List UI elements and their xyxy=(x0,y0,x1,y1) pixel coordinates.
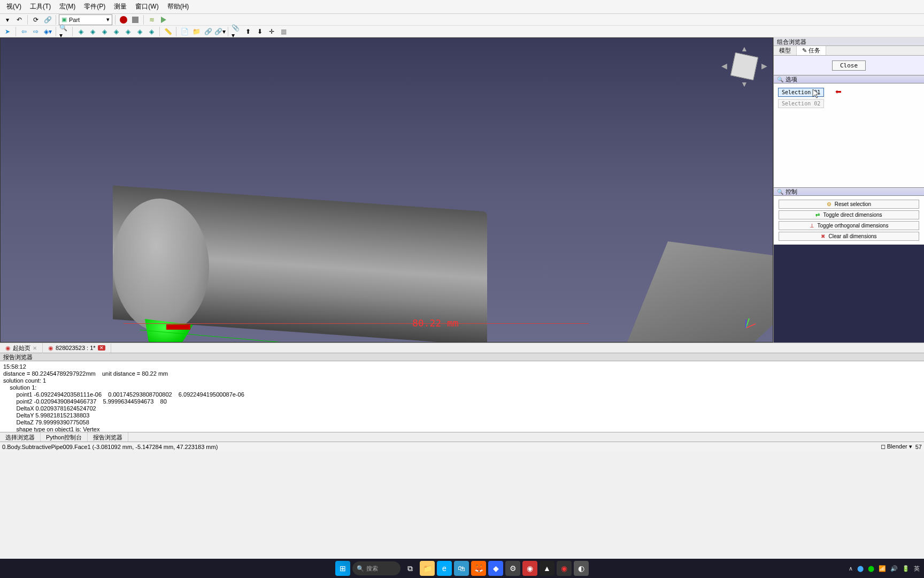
tab-tasks[interactable]: ✎ 任务 xyxy=(797,46,826,55)
rear-view-icon[interactable]: ◈ xyxy=(122,26,133,37)
report-line: solution 1: xyxy=(3,384,36,391)
model-highlight xyxy=(166,324,190,330)
link-icon[interactable]: 🔗 xyxy=(42,14,53,25)
app-icon-2[interactable]: ◉ xyxy=(522,561,537,576)
tab-report-view[interactable]: 报告浏览器 xyxy=(88,432,128,442)
measure-icon[interactable]: 📏 xyxy=(163,26,173,37)
section-control-header[interactable]: 控制 xyxy=(774,187,924,196)
forward-icon[interactable]: ⇨ xyxy=(30,26,41,37)
report-view[interactable]: 15:58:12 distance = 80.22454789297922mm … xyxy=(0,361,924,432)
app-icon-4[interactable]: ◐ xyxy=(574,561,589,576)
tray-wifi-icon[interactable]: 📶 xyxy=(877,565,887,572)
link-sel-icon[interactable]: 🔗▾ xyxy=(214,26,225,37)
front-view-icon[interactable]: ◈ xyxy=(87,26,98,37)
menu-tools[interactable]: 工具(T) xyxy=(26,1,55,13)
edge-icon[interactable]: e xyxy=(437,561,452,576)
attach-icon[interactable]: 📎▾ xyxy=(231,26,242,37)
top-view-icon[interactable]: ◈ xyxy=(99,26,110,37)
store-icon[interactable]: 🛍 xyxy=(454,561,469,576)
tray-icon[interactable]: ⬤ xyxy=(867,565,875,572)
view-dropdown-icon[interactable]: ◈▾ xyxy=(42,26,53,37)
tray-lang[interactable]: 英 xyxy=(913,565,921,573)
freecad-taskbar-icon[interactable]: ◉ xyxy=(557,561,572,576)
tab-tasks-label: 任务 xyxy=(808,47,820,55)
menu-help[interactable]: 帮助(H) xyxy=(163,1,194,13)
import-icon[interactable]: ⬇ xyxy=(255,26,265,37)
section-selections-label: 选项 xyxy=(786,75,797,83)
report-line: shape type on object1 is: Vertex xyxy=(3,426,99,432)
back-icon[interactable]: ⇦ xyxy=(19,26,29,37)
workbench-selector[interactable]: ▣ Part ▾ xyxy=(59,14,112,25)
tray-icon[interactable]: ⬤ xyxy=(856,565,865,572)
link-icon[interactable]: 🔗 xyxy=(203,26,213,37)
toggle-direct-button[interactable]: ⇄ Toggle direct dimensions xyxy=(779,210,919,219)
navcube-face[interactable] xyxy=(730,52,758,80)
separator xyxy=(143,15,144,25)
arrow-icon[interactable]: ➤ xyxy=(2,26,13,37)
magnifier-icon xyxy=(777,76,783,82)
tray-sound-icon[interactable]: 🔊 xyxy=(889,565,899,572)
group-icon[interactable]: 📁 xyxy=(191,26,202,37)
settings-icon[interactable]: ⚙ xyxy=(505,561,520,576)
section-selections-header[interactable]: 选项 xyxy=(774,75,924,83)
navcube-up-icon[interactable]: ▲ xyxy=(741,44,748,53)
stop-macro-icon[interactable] xyxy=(130,14,141,25)
close-tab-icon[interactable]: ✕ xyxy=(33,345,37,351)
axis-icon[interactable]: ✛ xyxy=(266,26,277,37)
reset-selection-button[interactable]: ⚙ Reset selection xyxy=(779,200,919,209)
main-area: 80.22 mm 80.00 mm ▲ ▼ ◀ ▶ 组合浏览器 模型 ✎ 任务 xyxy=(0,37,924,343)
selection-2-button[interactable]: Selection 02 xyxy=(778,99,824,108)
macros-icon[interactable]: ≋ xyxy=(147,14,157,25)
task-view-icon[interactable]: ⧉ xyxy=(403,561,418,576)
doc-tab-start[interactable]: ◉ 起始页 ✕ xyxy=(0,343,43,353)
tab-python-console[interactable]: Python控制台 xyxy=(41,432,88,442)
app-icon-3[interactable]: ▲ xyxy=(540,561,555,576)
navcube-left-icon[interactable]: ◀ xyxy=(721,62,727,70)
undo-icon[interactable]: ↶ xyxy=(14,14,25,25)
app-icon-1[interactable]: ◆ xyxy=(488,561,503,576)
clear-dims-button[interactable]: ✖ Clear all dimensions xyxy=(779,232,919,241)
doc-tab-file[interactable]: ◉ 828023523 : 1* ✕ xyxy=(43,344,111,353)
separator xyxy=(115,15,116,25)
menu-macro[interactable]: 宏(M) xyxy=(55,1,80,13)
taskbar-search[interactable]: 🔍 搜索 xyxy=(352,561,401,575)
menu-window[interactable]: 窗口(W) xyxy=(131,1,163,13)
dropdown-icon[interactable]: ▾ xyxy=(2,14,13,25)
box-icon[interactable]: ▦ xyxy=(278,26,289,37)
navcube-right-icon[interactable]: ▶ xyxy=(761,62,767,70)
document-tabs: ◉ 起始页 ✕ ◉ 828023523 : 1* ✕ xyxy=(0,343,924,353)
start-button[interactable]: ⊞ xyxy=(335,561,350,576)
section-control-body: ⚙ Reset selection ⇄ Toggle direct dimens… xyxy=(774,196,924,245)
panel-empty-area xyxy=(774,245,924,343)
zoom-fit-icon[interactable]: 🔍▾ xyxy=(59,26,70,37)
tab-selection-view[interactable]: 选择浏览器 xyxy=(0,432,41,442)
refresh-icon[interactable]: ⟳ xyxy=(30,14,41,25)
toggle-ortho-button[interactable]: ⊥ Toggle orthogonal dimensions xyxy=(779,221,919,230)
iso-view-icon[interactable]: ◈ xyxy=(75,26,86,37)
tray-battery-icon[interactable]: 🔋 xyxy=(901,565,911,572)
close-button[interactable]: Close xyxy=(832,60,866,71)
menu-part[interactable]: 零件(P) xyxy=(80,1,110,13)
bottom-view-icon[interactable]: ◈ xyxy=(134,26,145,37)
close-tab-icon[interactable]: ✕ xyxy=(98,345,105,351)
3d-viewport[interactable]: 80.22 mm 80.00 mm ▲ ▼ ◀ ▶ xyxy=(0,37,773,343)
explorer-icon[interactable]: 📁 xyxy=(420,561,435,576)
export-icon[interactable]: ⬆ xyxy=(243,26,253,37)
record-macro-icon[interactable] xyxy=(118,14,129,25)
report-line: DeltaY 5.998218152138803 xyxy=(3,412,89,419)
status-preselect: 0.Body.SubtractivePipe009.Face1 (-3.0810… xyxy=(2,444,218,450)
navigation-cube[interactable]: ▲ ▼ ◀ ▶ xyxy=(723,45,765,87)
right-view-icon[interactable]: ◈ xyxy=(111,26,121,37)
menu-measure[interactable]: 测量 xyxy=(110,1,131,13)
navcube-down-icon[interactable]: ▼ xyxy=(741,80,748,88)
pencil-icon: ✎ xyxy=(802,47,807,54)
firefox-icon[interactable]: 🦊 xyxy=(471,561,486,576)
part-icon[interactable]: 📄 xyxy=(179,26,190,37)
menu-view[interactable]: 视(V) xyxy=(2,1,26,13)
nav-style-icon[interactable]: ◻ Blender ▾ xyxy=(881,443,912,450)
status-dim: 57 xyxy=(915,444,922,450)
play-macro-icon[interactable] xyxy=(158,14,169,25)
tab-model[interactable]: 模型 xyxy=(774,46,797,55)
tray-arrow-icon[interactable]: ∧ xyxy=(848,565,854,572)
left-view-icon[interactable]: ◈ xyxy=(146,26,157,37)
